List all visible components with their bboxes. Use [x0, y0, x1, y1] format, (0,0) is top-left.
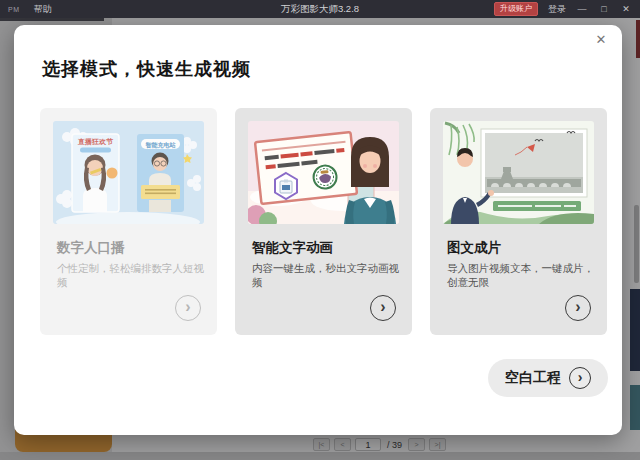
image-text-video-illustration: [443, 121, 594, 224]
minimize-icon[interactable]: —: [576, 4, 588, 14]
svg-text:直播狂欢节: 直播狂欢节: [77, 138, 114, 146]
arrow-right-icon[interactable]: ›: [370, 295, 396, 321]
image-text-video-thumbnail: [443, 121, 594, 224]
app-logo-icon: PM: [8, 6, 20, 13]
card-image-text-video[interactable]: 图文成片 导入图片视频文本，一键成片，创意无限 ›: [430, 108, 607, 335]
titlebar: PM 帮助 万彩图影大师3.2.8 升级账户 登录 — □ ✕: [0, 0, 640, 18]
mode-cards: 直播狂欢节 智能充电站: [40, 108, 607, 335]
card-digital-human[interactable]: 直播狂欢节 智能充电站: [40, 108, 217, 335]
card-title: 智能文字动画: [252, 239, 333, 257]
upgrade-account-button[interactable]: 升级账户: [494, 2, 538, 16]
login-button[interactable]: 登录: [548, 3, 566, 16]
card-title: 图文成片: [447, 239, 501, 257]
dialog-heading: 选择模式，快速生成视频: [42, 57, 251, 81]
help-menu[interactable]: 帮助: [34, 3, 52, 16]
card-desc: 个性定制，轻松编排数字人短视频: [57, 262, 209, 290]
digital-human-illustration: 直播狂欢节 智能充电站: [53, 121, 204, 224]
digital-human-thumbnail: 直播狂欢节 智能充电站: [53, 121, 204, 224]
card-text-animation[interactable]: 智能文字动画 内容一键生成，秒出文字动画视频 ›: [235, 108, 412, 335]
text-animation-illustration: [248, 121, 399, 224]
card-desc: 导入图片视频文本，一键成片，创意无限: [447, 262, 599, 290]
blank-project-label: 空白工程: [505, 369, 561, 387]
svg-text:智能充电站: 智能充电站: [145, 141, 177, 149]
arrow-right-icon[interactable]: ›: [565, 295, 591, 321]
card-desc: 内容一键生成，秒出文字动画视频: [252, 262, 404, 290]
card-title: 数字人口播: [57, 239, 125, 257]
arrow-right-icon: ›: [569, 367, 591, 389]
choose-mode-dialog: ✕ 选择模式，快速生成视频 直播狂欢节: [14, 25, 622, 435]
dialog-close-icon[interactable]: ✕: [593, 32, 609, 48]
text-animation-thumbnail: [248, 121, 399, 224]
blank-project-button[interactable]: 空白工程 ›: [488, 359, 608, 397]
close-icon[interactable]: ✕: [620, 4, 632, 14]
arrow-right-icon[interactable]: ›: [175, 295, 201, 321]
maximize-icon[interactable]: □: [598, 4, 610, 14]
